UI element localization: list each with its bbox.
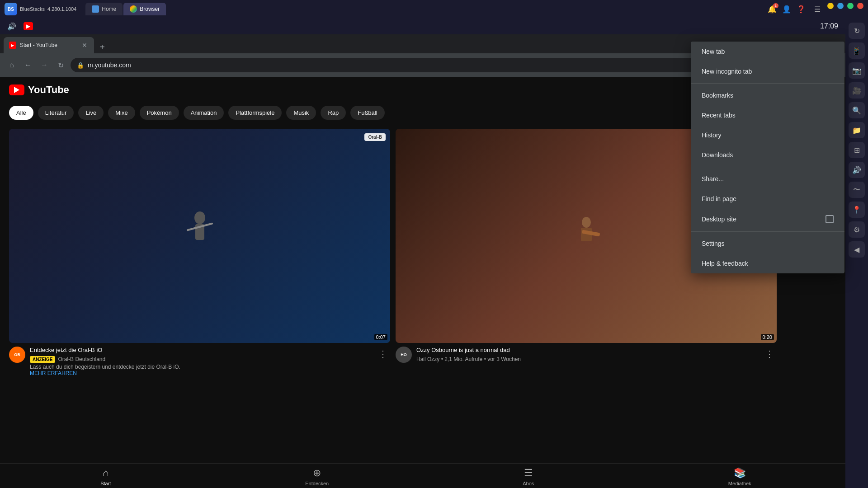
category-mixe[interactable]: Mixe <box>108 106 135 120</box>
category-rap[interactable]: Rap <box>321 106 346 120</box>
menu-item-settings[interactable]: Settings <box>691 234 844 253</box>
video-title-2: Ozzy Osbourne is just a normal dad <box>416 347 758 354</box>
youtube-logo-text: YouTube <box>28 84 69 96</box>
settings-sidebar-icon[interactable]: ⚙ <box>849 221 865 238</box>
back-nav-button[interactable]: ← <box>22 59 34 71</box>
menu-icon[interactable]: ☰ <box>811 3 824 15</box>
new-tab-button[interactable]: + <box>96 41 108 53</box>
nav-entdecken-icon: ⊕ <box>313 467 321 479</box>
browser-tab-label: Browser <box>140 6 160 12</box>
lock-icon: 🔒 <box>77 62 84 69</box>
taskbar-tabs: Home Browser <box>85 3 166 15</box>
youtube-bottom-nav: ⌂ Start ⊕ Entdecken ☰ Abos 📚 Mediathek <box>0 463 845 488</box>
notification-badge: 1 <box>773 3 778 8</box>
location-icon[interactable]: 📍 <box>849 202 865 218</box>
menu-item-help-feedback[interactable]: Help & feedback <box>691 253 844 273</box>
nav-mediathek-label: Mediathek <box>728 481 751 486</box>
menu-item-new-tab[interactable]: New tab <box>691 42 844 61</box>
category-literatur[interactable]: Literatur <box>38 106 74 120</box>
video-thumb-1[interactable]: Oral-B 0:07 <box>9 129 390 343</box>
youtube-play-triangle <box>14 87 19 93</box>
menu-item-desktop-site[interactable]: Desktop site <box>691 209 844 230</box>
restore-button[interactable] <box>837 3 844 9</box>
shake-icon[interactable]: 〜 <box>849 182 865 198</box>
zoom-icon[interactable]: 🔍 <box>849 102 865 118</box>
video-meta-1: Entdecke jetzt die Oral-B iO ANZEIGEOral… <box>30 347 371 376</box>
maximize-button[interactable] <box>847 3 854 9</box>
category-animation[interactable]: Animation <box>184 106 224 120</box>
screenshot-icon[interactable]: 📷 <box>849 62 865 79</box>
right-sidebar: ↻ 📱 📷 🎥 🔍 📁 ⊞ 🔊 〜 📍 ⚙ ◀ <box>845 18 868 488</box>
nav-abos-icon: ☰ <box>524 467 533 479</box>
bluestacks-name: BlueStacks <box>20 6 45 12</box>
nav-item-mediathek[interactable]: 📚 Mediathek <box>634 467 846 486</box>
menu-item-bookmarks[interactable]: Bookmarks <box>691 85 844 105</box>
nav-abos-label: Abos <box>523 481 534 486</box>
browser-tab-youtube[interactable]: ▶ Start - YouTube ✕ <box>4 37 94 53</box>
menu-item-history[interactable]: History <box>691 125 844 145</box>
category-live[interactable]: Live <box>78 106 104 120</box>
video-menu-dots-1[interactable]: ⋮ <box>376 348 390 359</box>
video-info-1: OB Entdecke jetzt die Oral-B iO ANZEIGEO… <box>9 343 390 378</box>
taskbar-tab-browser[interactable]: Browser <box>123 3 166 15</box>
nav-item-entdecken[interactable]: ⊕ Entdecken <box>212 467 423 486</box>
titlebar-right-icons: 🔔 1 👤 ❓ ☰ <box>768 3 863 15</box>
video-duration-1: 0:07 <box>374 334 387 340</box>
category-musik[interactable]: Musik <box>286 106 316 120</box>
video-card-1: Oral-B 0:07 OB Entdecke jetzt die Oral-B… <box>9 129 390 378</box>
minimize-button[interactable] <box>827 3 834 9</box>
chrome-context-menu: New tab New incognito tab Bookmarks Rece… <box>691 42 844 273</box>
video-meta-2: Ozzy Osbourne is just a normal dad Hail … <box>416 347 758 363</box>
menu-item-new-incognito-tab[interactable]: New incognito tab <box>691 61 844 81</box>
close-button[interactable] <box>857 3 863 9</box>
apps-icon[interactable]: ⊞ <box>849 142 865 158</box>
account-icon[interactable]: 👤 <box>782 5 791 14</box>
category-pokemon[interactable]: Pokémon <box>140 106 179 120</box>
menu-item-find-in-page[interactable]: Find in page <box>691 189 844 209</box>
video-duration-2: 0:20 <box>761 334 774 340</box>
youtube-mini-icon[interactable]: ▶ <box>24 22 33 30</box>
folder-icon[interactable]: 📁 <box>849 122 865 138</box>
help-icon[interactable]: ❓ <box>797 5 806 14</box>
youtube-logo-icon <box>9 84 24 95</box>
menu-item-downloads[interactable]: Downloads <box>691 145 844 165</box>
menu-divider-2 <box>691 167 844 167</box>
category-alle[interactable]: Alle <box>9 106 33 120</box>
menu-divider-3 <box>691 231 844 232</box>
nav-start-icon: ⌂ <box>103 467 108 479</box>
video-thumbnail-1 <box>9 129 390 343</box>
menu-divider-1 <box>691 83 844 84</box>
media-bar: 🔊 ▶ 17:09 <box>0 18 845 34</box>
nav-mediathek-icon: 📚 <box>734 467 746 479</box>
tab-close-button[interactable]: ✕ <box>80 41 89 49</box>
desktop-site-checkbox[interactable] <box>826 215 834 223</box>
category-plattformspiele[interactable]: Plattformspiele <box>228 106 282 120</box>
home-tab-label: Home <box>102 6 116 12</box>
video-menu-dots-2[interactable]: ⋮ <box>762 348 777 359</box>
volume-sidebar-icon[interactable]: 🔊 <box>849 162 865 178</box>
nav-item-abos[interactable]: ☰ Abos <box>423 467 634 486</box>
menu-item-recent-tabs[interactable]: Recent tabs <box>691 105 844 125</box>
taskbar-tab-home[interactable]: Home <box>85 3 123 15</box>
category-fussball[interactable]: Fußball <box>350 106 384 120</box>
reload-nav-button[interactable]: ↻ <box>54 59 67 71</box>
address-text: m.youtube.com <box>88 61 131 69</box>
volume-icon[interactable]: 🔊 <box>7 22 16 31</box>
home-nav-button[interactable]: ⌂ <box>5 59 18 71</box>
nav-entdecken-label: Entdecken <box>305 481 329 486</box>
nav-item-start[interactable]: ⌂ Start <box>0 467 212 486</box>
bluestacks-icon: BS <box>5 3 17 15</box>
rotate-icon[interactable]: ↻ <box>849 23 865 39</box>
back-sidebar-icon[interactable]: ◀ <box>849 241 865 258</box>
portrait-icon[interactable]: 📱 <box>849 42 865 59</box>
menu-item-share[interactable]: Share... <box>691 169 844 189</box>
camera-icon[interactable]: 🎥 <box>849 82 865 99</box>
bluestacks-logo: BS BlueStacks 4.280.1.1004 <box>5 3 76 15</box>
notification-icon[interactable]: 🔔 1 <box>768 5 777 14</box>
mehr-erfahren-button[interactable]: MEHR ERFAHREN <box>30 370 371 376</box>
video-avatar-2: HO <box>396 347 412 363</box>
svg-point-3 <box>582 217 591 228</box>
time-display: 17:09 <box>820 22 838 30</box>
forward-nav-button[interactable]: → <box>38 59 51 71</box>
nav-start-label: Start <box>100 481 111 486</box>
